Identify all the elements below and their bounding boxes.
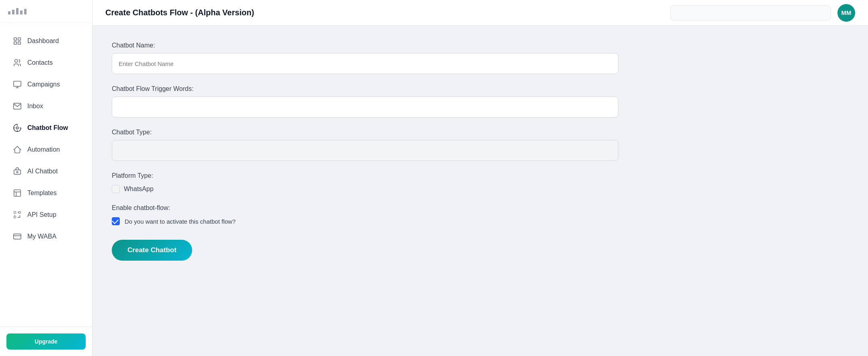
sidebar-item-label: Templates [27,189,57,197]
ai-chatbot-icon [13,167,22,176]
sidebar-item-inbox[interactable]: Inbox [3,96,89,116]
svg-rect-5 [14,81,21,86]
svg-rect-3 [18,42,21,44]
sidebar-nav: Dashboard Contacts Campaigns [0,27,92,327]
svg-rect-1 [18,38,21,40]
svg-point-4 [15,60,18,62]
content-area: Chatbot Name: Chatbot Flow Trigger Words… [92,26,868,356]
chatbot-flow-icon [13,123,22,132]
automation-icon [13,145,22,154]
svg-rect-13 [14,216,16,218]
api-setup-icon [13,210,22,219]
sidebar-item-label: Contacts [27,59,53,66]
main-content: Create Chatbots Flow - (Alpha Version) M… [92,0,868,356]
platform-type-label: Platform Type: [112,172,618,179]
inbox-icon [13,102,22,111]
svg-rect-0 [14,38,16,40]
chatbot-name-label: Chatbot Name: [112,42,618,49]
sidebar-item-campaigns[interactable]: Campaigns [3,74,89,95]
platform-whatsapp-label: WhatsApp [124,185,154,193]
svg-rect-2 [14,42,16,44]
contacts-icon [13,58,22,67]
avatar[interactable]: MM [837,4,855,22]
svg-rect-11 [14,212,16,214]
svg-rect-14 [14,234,21,239]
header: Create Chatbots Flow - (Alpha Version) M… [92,0,868,26]
platform-whatsapp-checkbox[interactable] [112,185,120,193]
platform-whatsapp-option[interactable]: WhatsApp [112,185,154,193]
svg-point-9 [16,171,18,173]
trigger-words-label: Chatbot Flow Trigger Words: [112,85,618,93]
chatbot-name-input[interactable] [112,53,618,74]
sidebar-item-automation[interactable]: Automation [3,140,89,160]
sidebar-item-api-setup[interactable]: API Setup [3,205,89,225]
dashboard-icon [13,37,22,45]
sidebar-logo [0,8,92,23]
create-chatbot-form: Chatbot Name: Chatbot Flow Trigger Words… [112,42,618,261]
sidebar-item-templates[interactable]: Templates [3,183,89,203]
sidebar-item-dashboard[interactable]: Dashboard [3,31,89,51]
trigger-words-input[interactable] [112,97,618,117]
sidebar-item-label: Campaigns [27,81,60,88]
my-waba-icon [13,232,22,241]
sidebar-item-label: Dashboard [27,37,59,45]
sidebar-item-contacts[interactable]: Contacts [3,53,89,73]
platform-options: WhatsApp [112,185,618,193]
sidebar: Dashboard Contacts Campaigns [0,0,92,356]
create-chatbot-button[interactable]: Create Chatbot [112,240,192,261]
sidebar-item-chatbot-flow[interactable]: Chatbot Flow [3,118,89,138]
enable-chatbot-checkbox[interactable] [112,217,120,225]
platform-type-section: Platform Type: WhatsApp [112,172,618,193]
campaigns-icon [13,80,22,89]
chatbot-type-input[interactable] [112,140,618,161]
page-title: Create Chatbots Flow - (Alpha Version) [105,8,254,17]
sidebar-item-my-waba[interactable]: My WABA [3,226,89,247]
sidebar-item-label: Chatbot Flow [27,124,68,132]
svg-rect-10 [14,190,21,197]
chatbot-name-group: Chatbot Name: [112,42,618,74]
sidebar-item-label: Inbox [27,103,43,110]
svg-rect-12 [19,212,21,214]
svg-point-7 [16,127,18,129]
sidebar-item-ai-chatbot[interactable]: AI Chatbot [3,161,89,181]
enable-chatbot-description: Do you want to activate this chatbot flo… [125,218,236,225]
search-input[interactable] [670,5,831,21]
trigger-words-group: Chatbot Flow Trigger Words: [112,85,618,117]
sidebar-item-label: Automation [27,146,60,153]
enable-chatbot-label: Enable chatbot-flow: [112,204,618,212]
upgrade-button[interactable]: Upgrade [6,333,86,350]
header-right: MM [670,4,855,22]
sidebar-item-label: AI Chatbot [27,168,58,175]
enable-chatbot-section: Enable chatbot-flow: Do you want to acti… [112,204,618,225]
chatbot-type-group: Chatbot Type: [112,129,618,161]
logo-icon [8,8,27,14]
sidebar-item-label: API Setup [27,211,56,218]
chatbot-type-label: Chatbot Type: [112,129,618,136]
enable-chatbot-option[interactable]: Do you want to activate this chatbot flo… [112,217,618,225]
sidebar-bottom: Upgrade [0,327,92,356]
svg-rect-8 [14,170,21,174]
templates-icon [13,189,22,198]
sidebar-item-label: My WABA [27,233,56,240]
